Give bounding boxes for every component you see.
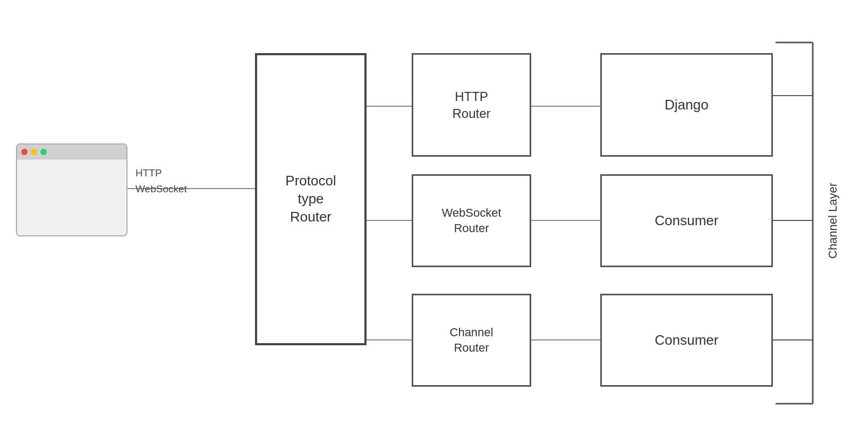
websocket-router-box: WebSocket Router <box>412 174 531 267</box>
django-box: Django <box>600 53 773 157</box>
protocol-router-box: Protocol type Router <box>255 53 367 345</box>
browser-dot-yellow <box>31 149 37 155</box>
websocket-router-label: WebSocket Router <box>441 206 501 236</box>
django-label: Django <box>665 96 708 114</box>
websocket-label: WebSocket <box>135 183 187 195</box>
browser-window <box>16 143 127 236</box>
consumer1-label: Consumer <box>655 212 719 230</box>
http-router-box: HTTP Router <box>412 53 531 157</box>
channel-router-label: Channel Router <box>450 325 493 355</box>
consumer2-label: Consumer <box>655 331 719 350</box>
http-router-label: HTTP Router <box>452 88 490 121</box>
diagram-container: HTTP WebSocket Protocol type Router HTTP… <box>0 0 868 443</box>
consumer1-box: Consumer <box>600 174 773 267</box>
channel-layer-text: Channel Layer <box>826 182 840 258</box>
channel-router-box: Channel Router <box>412 294 531 387</box>
http-label: HTTP <box>135 167 162 179</box>
browser-dot-red <box>21 149 28 155</box>
browser-titlebar <box>17 144 126 159</box>
browser-dot-green <box>40 149 47 155</box>
consumer2-box: Consumer <box>600 294 773 387</box>
browser-body <box>17 159 126 235</box>
channel-layer-label: Channel Layer <box>826 106 840 335</box>
protocol-router-label: Protocol type Router <box>285 172 336 226</box>
